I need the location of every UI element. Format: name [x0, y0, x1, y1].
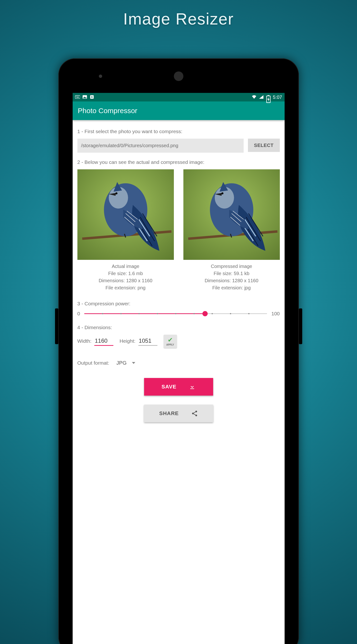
compressed-extension: File extension: jpg: [184, 284, 280, 291]
svg-rect-1: [76, 96, 76, 97]
step1-label: 1 - First select the photo you want to c…: [78, 128, 280, 134]
step3-label: 3 - Compression power:: [78, 301, 280, 306]
svg-marker-12: [267, 97, 269, 102]
device-camera-dot: [99, 74, 102, 78]
svg-rect-3: [78, 96, 78, 97]
width-label: Width:: [78, 338, 92, 344]
svg-point-43: [192, 413, 194, 414]
share-label: SHARE: [159, 410, 178, 416]
file-path-input[interactable]: /storage/emulated/0/Pictures/compressed.…: [78, 138, 244, 153]
svg-line-47: [194, 414, 195, 415]
notification-icon: A: [89, 95, 94, 100]
save-button[interactable]: SAVE: [144, 378, 213, 396]
image-icon: [82, 95, 88, 100]
compression-slider[interactable]: [84, 311, 267, 316]
step4-label: 4 - Dimensions:: [78, 324, 280, 330]
svg-marker-9: [259, 95, 263, 99]
svg-rect-4: [76, 97, 79, 98]
apply-label: APPLY: [166, 344, 174, 346]
battery-icon: [266, 95, 271, 100]
main-content: 1 - First select the photo you want to c…: [73, 120, 284, 441]
signal-icon: [259, 95, 264, 100]
app-bar-title: Photo Compressor: [78, 107, 138, 115]
svg-rect-11: [268, 95, 269, 96]
output-format-value: JPG: [116, 360, 127, 366]
select-button[interactable]: SELECT: [248, 138, 280, 152]
status-time: 5:07: [273, 94, 282, 100]
svg-point-18: [115, 192, 117, 194]
slider-max-label: 100: [271, 311, 280, 316]
svg-text:A: A: [91, 96, 93, 98]
device-speaker: [174, 72, 184, 81]
download-icon: [189, 384, 196, 390]
page-title: Image Resizer: [0, 10, 357, 28]
svg-point-45: [195, 415, 197, 416]
app-bar: Photo Compressor: [73, 102, 284, 120]
check-icon: ✔: [168, 337, 173, 343]
save-label: SAVE: [162, 384, 176, 390]
compressed-dimensions: Dimensions: 1280 x 1160: [184, 277, 280, 284]
compressed-image-thumbnail: [184, 169, 280, 260]
status-bar: A 5:07: [73, 93, 284, 102]
output-format-dropdown[interactable]: JPG: [116, 360, 135, 366]
svg-point-44: [195, 410, 197, 412]
apply-button[interactable]: ✔ APPLY: [164, 334, 177, 348]
svg-rect-2: [77, 96, 78, 97]
share-icon: [191, 410, 198, 417]
actual-dimensions: Dimensions: 1280 x 1160: [78, 277, 174, 284]
svg-rect-0: [75, 96, 80, 98]
svg-point-33: [221, 192, 223, 194]
slider-min-label: 0: [78, 311, 80, 316]
compressed-title: Compressed image: [184, 263, 280, 270]
height-input[interactable]: [138, 337, 158, 346]
actual-filesize: File size: 1.6 mb: [78, 270, 174, 277]
compressed-filesize: File size: 59.1 kb: [184, 270, 280, 277]
actual-preview: Actual image File size: 1.6 mb Dimension…: [78, 169, 174, 291]
actual-title: Actual image: [78, 263, 174, 270]
device-frame: A 5:07 Photo Compressor 1 - First select: [58, 58, 299, 644]
keyboard-icon: [75, 95, 80, 100]
width-input[interactable]: [94, 337, 113, 346]
device-screen: A 5:07 Photo Compressor 1 - First select: [73, 93, 284, 644]
actual-image-thumbnail: [78, 169, 174, 260]
slider-thumb[interactable]: [202, 311, 208, 316]
wifi-icon: [252, 95, 257, 100]
chevron-down-icon: [132, 362, 135, 364]
step2-label: 2 - Below you can see the actual and com…: [78, 159, 280, 165]
share-button[interactable]: SHARE: [144, 405, 213, 422]
svg-line-46: [194, 412, 195, 413]
output-format-label: Output format:: [78, 360, 109, 366]
height-label: Height:: [120, 338, 136, 344]
compressed-preview: Compressed image File size: 59.1 kb Dime…: [184, 169, 280, 291]
actual-extension: File extension: png: [78, 284, 174, 291]
